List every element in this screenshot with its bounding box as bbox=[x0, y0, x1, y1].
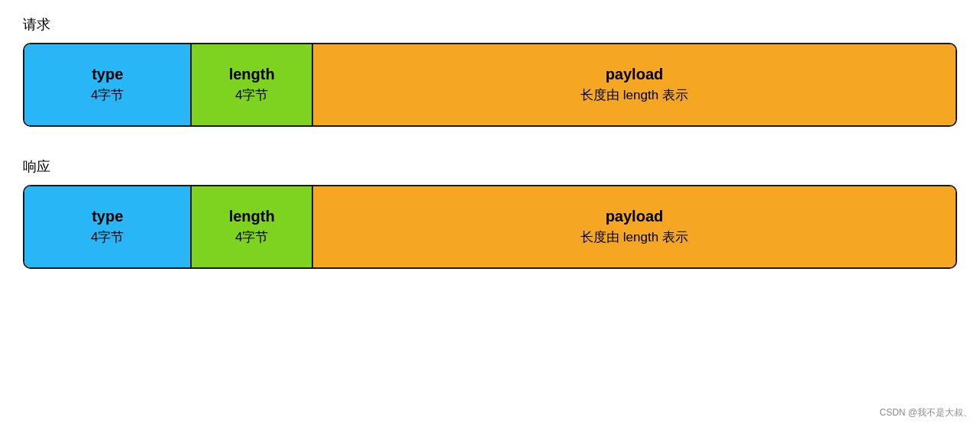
request-diagram: type 4字节 length 4字节 payload 长度由 length 表… bbox=[23, 43, 957, 127]
response-type-field: type 4字节 bbox=[24, 186, 192, 267]
response-section: 响应 type 4字节 length 4字节 payload 长度由 lengt… bbox=[23, 157, 957, 269]
response-payload-desc: 长度由 length 表示 bbox=[581, 228, 688, 246]
watermark: CSDN @我不是大叔、 bbox=[879, 406, 972, 419]
request-section: 请求 type 4字节 length 4字节 payload 长度由 lengt… bbox=[23, 15, 957, 127]
response-payload-field: payload 长度由 length 表示 bbox=[313, 186, 956, 267]
request-payload-name: payload bbox=[606, 66, 664, 83]
response-type-desc: 4字节 bbox=[91, 228, 124, 246]
response-type-name: type bbox=[92, 208, 123, 225]
request-type-name: type bbox=[92, 66, 123, 83]
request-type-desc: 4字节 bbox=[91, 86, 124, 104]
request-payload-field: payload 长度由 length 表示 bbox=[313, 44, 956, 125]
response-length-name: length bbox=[229, 208, 275, 225]
request-length-desc: 4字节 bbox=[235, 86, 268, 104]
request-length-name: length bbox=[229, 66, 275, 83]
response-length-field: length 4字节 bbox=[192, 186, 312, 267]
response-length-desc: 4字节 bbox=[235, 228, 268, 246]
request-length-field: length 4字节 bbox=[192, 44, 312, 125]
request-payload-desc: 长度由 length 表示 bbox=[581, 86, 688, 104]
request-label: 请求 bbox=[23, 15, 957, 34]
response-label: 响应 bbox=[23, 157, 957, 176]
response-diagram: type 4字节 length 4字节 payload 长度由 length 表… bbox=[23, 185, 957, 269]
response-payload-name: payload bbox=[606, 208, 664, 225]
request-type-field: type 4字节 bbox=[24, 44, 192, 125]
